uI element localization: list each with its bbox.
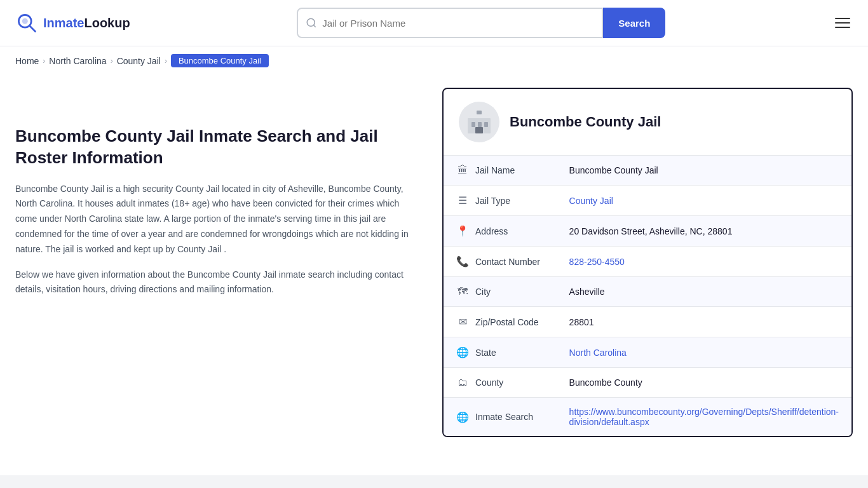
table-value-link[interactable]: North Carolina xyxy=(569,348,627,358)
table-label-cell: 🌐State xyxy=(444,337,557,368)
table-value-cell: Asheville xyxy=(557,277,851,307)
row-label-text: Inmate Search xyxy=(475,412,533,422)
city-icon: 🗺 xyxy=(456,286,469,297)
row-label-text: State xyxy=(475,348,496,358)
footer-bar xyxy=(0,475,868,488)
row-label-text: Jail Name xyxy=(475,165,515,175)
phone-icon: 📞 xyxy=(456,255,469,268)
table-value-link[interactable]: 828-250-4550 xyxy=(569,257,625,267)
row-label-text: Contact Number xyxy=(475,257,540,267)
hamburger-line-1 xyxy=(835,18,850,19)
table-label-cell: 📍Address xyxy=(444,216,557,247)
table-value-cell[interactable]: 828-250-4550 xyxy=(557,247,851,277)
search-input[interactable] xyxy=(322,18,594,29)
logo-text: InmateLookup xyxy=(43,16,130,30)
county-icon: 🗂 xyxy=(456,377,469,388)
site-header: InmateLookup Search xyxy=(0,0,868,46)
type-icon: ☰ xyxy=(456,194,469,207)
zip-icon: ✉ xyxy=(456,316,469,328)
right-column: Buncombe County Jail 🏛Jail NameBuncombe … xyxy=(442,88,853,437)
table-label-cell: ✉Zip/Postal Code xyxy=(444,307,557,337)
table-row: ☰Jail TypeCounty Jail xyxy=(444,186,851,216)
table-row: 🌐Inmate Searchhttps://www.buncombecounty… xyxy=(444,398,851,437)
svg-rect-6 xyxy=(471,122,475,127)
row-label-text: Address xyxy=(475,226,508,236)
breadcrumb-type[interactable]: County Jail xyxy=(117,56,161,66)
breadcrumb-current: Buncombe County Jail xyxy=(171,54,269,67)
svg-line-1 xyxy=(30,26,36,32)
search-icon xyxy=(306,17,317,29)
table-label-cell: ☰Jail Type xyxy=(444,186,557,216)
search-button[interactable]: Search xyxy=(603,8,665,38)
table-row: 🗺CityAsheville xyxy=(444,277,851,307)
table-value-link[interactable]: https://www.buncombecounty.org/Governing… xyxy=(569,407,839,427)
state-icon: 🌐 xyxy=(456,346,469,358)
table-value-link[interactable]: County Jail xyxy=(569,196,613,206)
jail-card-title: Buncombe County Jail xyxy=(510,114,661,130)
left-column: Buncombe County Jail Inmate Search and J… xyxy=(15,88,422,437)
breadcrumb-state[interactable]: North Carolina xyxy=(49,56,106,66)
search-area: Search xyxy=(297,8,665,38)
svg-rect-9 xyxy=(475,127,483,133)
main-content: Buncombe County Jail Inmate Search and J… xyxy=(0,75,868,450)
row-label-text: County xyxy=(475,377,503,388)
svg-point-2 xyxy=(22,18,28,24)
table-row: 🏛Jail NameBuncombe County Jail xyxy=(444,156,851,186)
table-row: 📞Contact Number828-250-4550 xyxy=(444,247,851,277)
table-row: 📍Address20 Davidson Street, Asheville, N… xyxy=(444,216,851,247)
logo-icon xyxy=(15,11,38,34)
info-card: Buncombe County Jail 🏛Jail NameBuncombe … xyxy=(442,88,853,437)
jail-thumbnail xyxy=(459,102,499,142)
table-label-cell: 🏛Jail Name xyxy=(444,156,557,186)
table-value-cell[interactable]: https://www.buncombecounty.org/Governing… xyxy=(557,398,851,437)
table-label-cell: 🗂County xyxy=(444,368,557,398)
page-description-1: Buncombe County Jail is a high security … xyxy=(15,182,422,257)
table-row: 🌐StateNorth Carolina xyxy=(444,337,851,368)
svg-rect-7 xyxy=(478,122,482,127)
hamburger-line-3 xyxy=(835,27,850,28)
breadcrumb-sep-2: › xyxy=(111,57,113,65)
table-value-cell[interactable]: North Carolina xyxy=(557,337,851,368)
inmate-icon: 🌐 xyxy=(456,411,469,423)
row-label-text: Jail Type xyxy=(475,196,510,206)
svg-rect-11 xyxy=(477,111,482,114)
table-value-cell: 28801 xyxy=(557,307,851,337)
site-logo[interactable]: InmateLookup xyxy=(15,11,130,34)
search-wrapper xyxy=(297,8,603,38)
hamburger-line-2 xyxy=(835,22,850,24)
row-label-text: City xyxy=(475,287,491,297)
svg-rect-8 xyxy=(484,122,488,127)
table-row: ✉Zip/Postal Code28801 xyxy=(444,307,851,337)
info-card-header: Buncombe County Jail xyxy=(444,89,851,156)
breadcrumb: Home › North Carolina › County Jail › Bu… xyxy=(0,46,868,75)
table-row: 🗂CountyBuncombe County xyxy=(444,368,851,398)
table-value-cell[interactable]: County Jail xyxy=(557,186,851,216)
svg-line-4 xyxy=(314,25,316,27)
page-title: Buncombe County Jail Inmate Search and J… xyxy=(15,126,422,169)
address-icon: 📍 xyxy=(456,225,469,237)
breadcrumb-home[interactable]: Home xyxy=(15,56,39,66)
table-value-cell: Buncombe County xyxy=(557,368,851,398)
table-label-cell: 🗺City xyxy=(444,277,557,307)
table-label-cell: 🌐Inmate Search xyxy=(444,398,557,437)
breadcrumb-sep-3: › xyxy=(165,57,167,65)
table-value-cell: Buncombe County Jail xyxy=(557,156,851,186)
svg-point-3 xyxy=(308,18,315,26)
table-value-cell: 20 Davidson Street, Asheville, NC, 28801 xyxy=(557,216,851,247)
info-table: 🏛Jail NameBuncombe County Jail☰Jail Type… xyxy=(444,156,851,436)
page-description-2: Below we have given information about th… xyxy=(15,268,422,298)
row-label-text: Zip/Postal Code xyxy=(475,317,539,327)
table-label-cell: 📞Contact Number xyxy=(444,247,557,277)
menu-button[interactable] xyxy=(832,15,853,30)
jail-building-icon xyxy=(464,107,494,137)
breadcrumb-sep-1: › xyxy=(43,57,45,65)
jail-icon: 🏛 xyxy=(456,165,469,176)
